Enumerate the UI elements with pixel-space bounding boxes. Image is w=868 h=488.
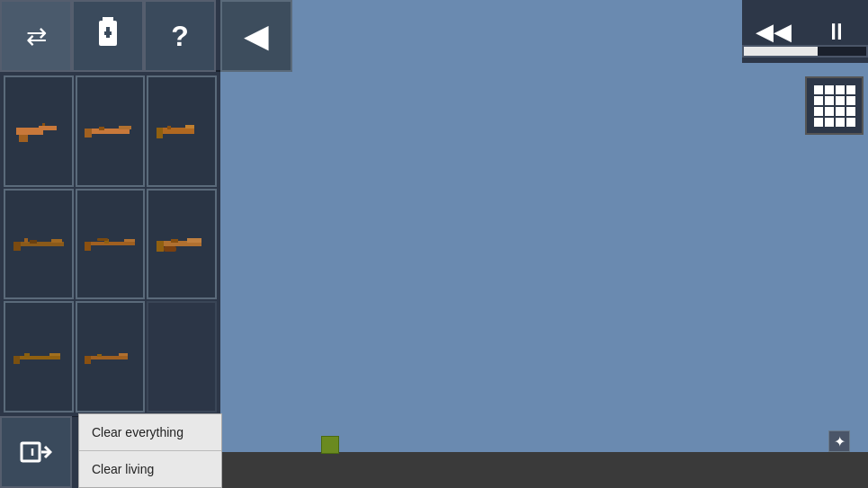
main-canvas[interactable]: ◀ ◀◀ ⏸ <box>220 0 868 488</box>
svg-rect-10 <box>119 126 131 129</box>
mini1-icon <box>12 344 66 369</box>
mini2-icon <box>83 344 137 369</box>
exit-button[interactable] <box>0 416 72 488</box>
svg-rect-36 <box>85 356 91 364</box>
svg-rect-3 <box>106 27 110 38</box>
weapon-smg1[interactable] <box>147 75 217 187</box>
weapon-rifle1[interactable] <box>76 75 146 187</box>
pistol-icon <box>12 119 66 144</box>
svg-rect-31 <box>13 356 60 359</box>
sidebar: ⇄ ? <box>0 0 220 488</box>
svg-rect-45 <box>22 443 40 461</box>
svg-rect-7 <box>42 123 45 126</box>
smg1-icon <box>155 119 209 144</box>
bag-button[interactable] <box>72 0 144 72</box>
weapon-empty[interactable] <box>147 301 217 413</box>
pause-icon: ⏸ <box>825 18 848 46</box>
rifle2-icon <box>12 231 66 256</box>
svg-rect-14 <box>185 125 194 129</box>
weapon-mini1[interactable] <box>4 301 74 413</box>
rifle1-icon <box>83 119 137 144</box>
svg-rect-6 <box>19 135 28 142</box>
svg-rect-21 <box>85 242 135 245</box>
svg-rect-23 <box>124 239 135 242</box>
person-icon[interactable]: ✦ <box>828 430 850 452</box>
svg-rect-38 <box>97 354 102 357</box>
svg-rect-20 <box>24 238 28 243</box>
help-icon: ? <box>171 20 189 53</box>
lmg-icon <box>155 231 209 256</box>
svg-rect-37 <box>119 353 128 356</box>
weapon-lmg[interactable] <box>147 189 217 300</box>
svg-rect-28 <box>187 238 201 243</box>
svg-rect-13 <box>157 128 163 138</box>
entity <box>321 436 339 454</box>
help-button[interactable]: ? <box>144 0 216 72</box>
progress-bar <box>744 47 818 56</box>
ground <box>220 452 868 488</box>
clear-menu: Clear everything Clear living <box>78 413 222 488</box>
grid-toggle-button[interactable] <box>805 76 864 135</box>
swap-button[interactable]: ⇄ <box>0 0 72 72</box>
svg-rect-29 <box>171 239 178 243</box>
svg-rect-32 <box>13 356 20 364</box>
svg-rect-22 <box>85 242 91 251</box>
weapon-grid <box>0 72 220 416</box>
svg-rect-35 <box>85 356 128 359</box>
bag-icon <box>92 15 124 58</box>
svg-rect-18 <box>51 239 62 243</box>
rewind-icon: ◀◀ <box>756 18 792 46</box>
svg-rect-15 <box>167 126 171 129</box>
svg-rect-27 <box>157 241 164 252</box>
toolbar: ⇄ ? <box>0 0 220 72</box>
svg-rect-30 <box>164 246 176 252</box>
svg-rect-9 <box>85 129 92 138</box>
svg-rect-34 <box>24 353 30 358</box>
back-icon: ◀ <box>244 17 269 55</box>
person-glyph: ✦ <box>834 433 846 450</box>
svg-rect-17 <box>13 242 21 251</box>
swap-icon: ⇄ <box>26 22 47 51</box>
weapon-mini2[interactable] <box>76 301 146 413</box>
svg-rect-11 <box>99 127 104 130</box>
weapon-pistol[interactable] <box>4 75 74 187</box>
clear-everything-button[interactable]: Clear everything <box>79 414 221 451</box>
exit-icon <box>20 436 52 468</box>
weapon-rifle2[interactable] <box>4 189 74 300</box>
sniper-icon <box>83 231 137 256</box>
grid-icon <box>814 85 855 127</box>
svg-rect-5 <box>39 126 57 130</box>
svg-rect-33 <box>49 353 60 356</box>
progress-bar-container[interactable] <box>742 45 868 58</box>
sidebar-bottom: Clear everything Clear living <box>0 416 220 488</box>
clear-living-button[interactable]: Clear living <box>79 451 221 487</box>
svg-rect-25 <box>97 238 108 241</box>
weapon-sniper[interactable] <box>76 189 146 300</box>
svg-rect-19 <box>30 240 37 244</box>
back-button[interactable]: ◀ <box>220 0 292 72</box>
